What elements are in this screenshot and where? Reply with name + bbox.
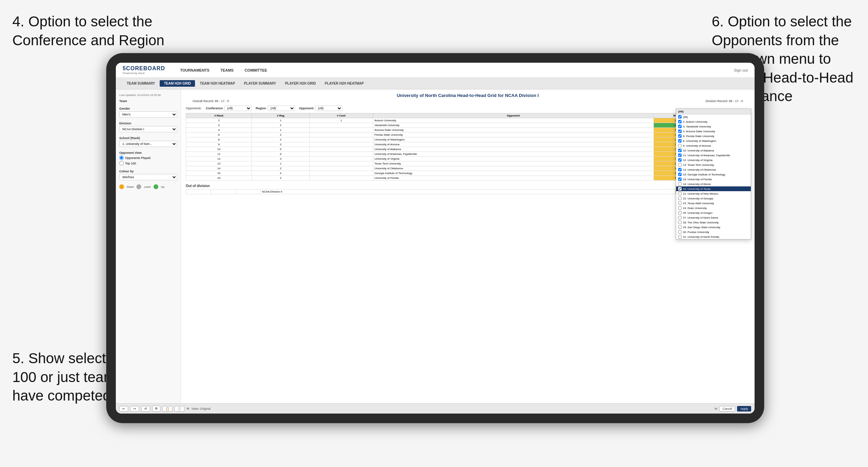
dropdown-checkbox[interactable] — [678, 163, 682, 167]
opponent-dropdown[interactable]: (All) (All) 2. Auburn University 3. Vand… — [676, 109, 751, 239]
row-conf — [309, 161, 373, 166]
colour-select[interactable]: Win/loss — [119, 174, 177, 180]
dropdown-item[interactable]: 13. Texas Tech University — [676, 162, 751, 167]
dropdown-checkbox[interactable] — [678, 158, 682, 162]
dropdown-checkbox[interactable] — [678, 197, 682, 200]
gender-select[interactable]: Men's — [119, 111, 177, 118]
conference-select[interactable]: (All) — [224, 106, 252, 111]
dropdown-checkbox[interactable] — [678, 134, 682, 138]
dropdown-checkbox[interactable] — [678, 201, 682, 205]
dropdown-item[interactable]: 4. Arizona State University — [676, 129, 751, 134]
tab-player-summary[interactable]: PLAYER SUMMARY — [240, 80, 280, 87]
dropdown-item[interactable]: (All) — [676, 114, 751, 119]
dropdown-item[interactable]: 2. Auburn University — [676, 119, 751, 124]
dropdown-item[interactable]: 25. University of Oregon — [676, 210, 751, 215]
dropdown-item[interactable]: 30. Purdue University — [676, 230, 751, 234]
undo-button[interactable]: ↩ — [119, 406, 128, 411]
dropdown-item[interactable]: 9. University of Arizona — [676, 143, 751, 148]
dropdown-checkbox[interactable] — [678, 144, 682, 147]
apply-button[interactable]: Apply — [737, 406, 751, 411]
row-conf — [309, 142, 373, 147]
opponent-select[interactable]: (All) — [315, 106, 342, 111]
radio-opponents-played[interactable]: Opponents Played — [119, 156, 177, 160]
dropdown-checkbox[interactable] — [678, 173, 682, 176]
radio-top100-input[interactable] — [119, 161, 124, 165]
dropdown-item[interactable]: 23. Texas A&M University — [676, 201, 751, 206]
dropdown-checkbox[interactable] — [678, 182, 682, 186]
tablet-screen: 5COREBOARD Powered by cloud TOURNAMENTS … — [116, 63, 755, 414]
dropdown-item[interactable]: 24. Duke University — [676, 206, 751, 210]
dropdown-checkbox[interactable] — [678, 125, 682, 128]
dropdown-item[interactable]: 28. The Ohio State University — [676, 220, 751, 225]
dropdown-item[interactable]: 21. University of New Mexico — [676, 191, 751, 196]
division-record: Division Record: 88 - 17 - 0 — [706, 99, 743, 103]
dropdown-item[interactable]: 14. University of Oklahoma — [676, 167, 751, 172]
nav-committee[interactable]: COMMITTEE — [240, 66, 272, 74]
dropdown-checkbox[interactable] — [678, 177, 682, 181]
dropdown-checkbox[interactable] — [678, 221, 682, 224]
school-section: School (Rank) 1. University of Nort... — [119, 136, 177, 147]
row-name: University of Arkansas, Fayetteville — [373, 152, 653, 157]
paste-button[interactable]: 📋 — [162, 406, 172, 411]
dropdown-item[interactable]: 15. Georgia Institute of Technology — [676, 172, 751, 177]
dropdown-item[interactable]: 31. University of North Florida — [676, 234, 751, 239]
dropdown-checkbox[interactable] — [678, 192, 682, 195]
dropdown-checkbox[interactable] — [678, 206, 682, 210]
dropdown-item-label: 27. University of Notre Dame — [683, 216, 718, 219]
dropdown-checkbox[interactable] — [678, 216, 682, 219]
dropdown-item[interactable]: 8. University of Washington — [676, 138, 751, 143]
tab-team-h2h-heatmap[interactable]: TEAM H2H HEATMAP — [196, 80, 239, 87]
dropdown-checkbox[interactable] — [678, 153, 682, 157]
dropdown-checkbox[interactable] — [678, 187, 682, 191]
division-section: Division NCAA Division I — [119, 122, 177, 132]
nav-sign-out[interactable]: Sign out — [734, 68, 748, 72]
tab-player-h2h-grid[interactable]: PLAYER H2H GRID — [281, 80, 320, 87]
dropdown-checkbox[interactable] — [678, 235, 682, 238]
region-filter: Region (All) — [256, 106, 295, 111]
dropdown-checkbox[interactable] — [678, 225, 682, 229]
dropdown-item[interactable]: 20. University of Texas — [676, 186, 751, 191]
dropdown-checkbox[interactable] — [678, 230, 682, 234]
dropdown-checkbox[interactable] — [678, 120, 682, 123]
dropdown-item[interactable]: 10. University of Alabama — [676, 148, 751, 153]
tab-player-h2h-heatmap[interactable]: PLAYER H2H HEATMAP — [321, 80, 368, 87]
clock-button[interactable]: 🕐 — [174, 406, 184, 411]
copy-button[interactable]: ⧉ — [152, 406, 160, 411]
dropdown-checkbox[interactable] — [678, 168, 682, 171]
logo-text: 5COREBOARD — [123, 65, 165, 71]
refresh-button[interactable]: ↺ — [141, 406, 150, 411]
division-select[interactable]: NCAA Division I — [119, 126, 177, 132]
dropdown-item[interactable]: 29. San Diego State University — [676, 225, 751, 230]
dropdown-item[interactable]: 11. University of Arkansas, Fayetteville — [676, 153, 751, 158]
dropdown-item[interactable]: 12. University of Virginia — [676, 158, 751, 162]
redo-button[interactable]: ↪ — [130, 406, 139, 411]
out-of-division-label: Out of division — [186, 184, 750, 188]
dropdown-item[interactable]: 3. Vanderbilt University — [676, 124, 751, 129]
school-select[interactable]: 1. University of Nort... — [119, 141, 177, 147]
dropdown-checkbox[interactable] — [678, 149, 682, 152]
row-conf — [309, 137, 373, 142]
opponent-view-section: Opponent View Opponents Played Top 100 — [119, 151, 177, 165]
radio-top100[interactable]: Top 100 — [119, 161, 177, 165]
row-rank: 15 — [186, 171, 252, 176]
tab-team-h2h-grid[interactable]: TEAM H2H GRID — [160, 80, 195, 87]
dropdown-item[interactable]: 22. University of Georgia — [676, 196, 751, 201]
region-select[interactable]: (All) — [268, 106, 295, 111]
radio-opponents-played-input[interactable] — [119, 156, 124, 160]
dropdown-checkbox[interactable] — [678, 115, 682, 119]
dropdown-checkbox[interactable] — [678, 130, 682, 133]
dropdown-checkbox[interactable] — [678, 139, 682, 143]
dropdown-item[interactable]: 18. University of Illinois — [676, 182, 751, 186]
cancel-button[interactable]: Cancel — [719, 406, 735, 411]
dropdown-item[interactable]: 6. Florida State University — [676, 134, 751, 138]
nav-teams[interactable]: TEAMS — [216, 66, 239, 74]
table-row: 15 4 Georgia Institute of Technology 5 0 — [186, 171, 750, 176]
legend-down-label: Down — [127, 185, 134, 188]
dropdown-checkbox[interactable] — [678, 211, 682, 214]
dropdown-item[interactable]: 27. University of Notre Dame — [676, 215, 751, 220]
tab-team-summary[interactable]: TEAM SUMMARY — [123, 80, 159, 87]
dropdown-item[interactable]: 16. University of Florida — [676, 177, 751, 182]
nav-tournaments[interactable]: TOURNAMENTS — [175, 66, 214, 74]
dropdown-item-label: 14. University of Oklahoma — [683, 168, 716, 171]
team-label: Team — [119, 99, 177, 103]
